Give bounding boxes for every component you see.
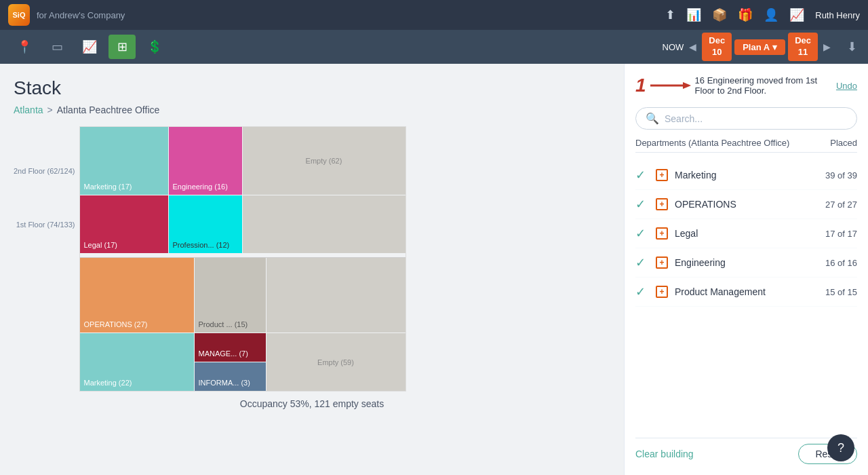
dept-placed-legal: 17 of 17 [825, 229, 857, 239]
block-empty-1f-b: Empty (59) [267, 333, 406, 391]
block-empty-2f-b [243, 195, 406, 253]
cube-icon[interactable]: 🎁 [738, 7, 753, 22]
next-arrow[interactable]: ▶ [821, 39, 833, 55]
date-to-box: Dec 11 [788, 33, 818, 61]
logo[interactable]: SiQ for Andrew's Company [8, 4, 125, 26]
block-engineering-label: Engineering (16) [173, 183, 228, 191]
chart-icon[interactable]: 📈 [789, 7, 804, 22]
download-icon[interactable]: ⬇ [847, 39, 857, 54]
second-navigation: 📍 ▭ 📈 ⊞ 💲 NOW ◀ Dec 10 Plan A ▾ Dec 11 ▶… [0, 30, 868, 64]
expand-icon-legal[interactable]: + [656, 227, 668, 240]
arrow-icon [650, 79, 691, 92]
nav-tab-chart[interactable]: 📈 [76, 35, 103, 59]
expand-icon-product-mgmt[interactable]: + [656, 286, 668, 298]
box-icon[interactable]: 📦 [712, 7, 727, 22]
block-informa[interactable]: INFORMA... (3) [195, 362, 266, 391]
block-empty-2f-label: Empty (62) [306, 157, 342, 165]
treemap-wrapper: 2nd Floor (62/124) 1st Floor (74/133) Ma… [14, 126, 610, 392]
nav-tab-table[interactable]: ▭ [43, 35, 71, 59]
expand-icon-marketing[interactable]: + [656, 169, 668, 181]
block-empty-1f-b-label: Empty (59) [317, 358, 354, 366]
dept-row-engineering: ✓ + Engineering 16 of 16 [635, 248, 857, 278]
plan-selector[interactable]: Plan A ▾ [734, 39, 785, 55]
block-empty-1f [267, 258, 406, 332]
company-name: for Andrew's Company [37, 10, 125, 20]
block-legal[interactable]: Legal (17) [80, 195, 168, 253]
nav-tab-location[interactable]: 📍 [11, 35, 38, 59]
block-group-right: MANAGE... (7) INFORMA... (3) [195, 333, 266, 391]
prev-arrow[interactable]: ◀ [686, 39, 699, 55]
logo-icon: SiQ [8, 4, 30, 26]
floor-1f-label: 1st Floor (74/133) [14, 183, 75, 229]
block-product-label: Product ... (15) [199, 320, 248, 328]
bar-chart-icon[interactable]: 📊 [686, 7, 701, 22]
clear-building-button[interactable]: Clear building [635, 449, 694, 459]
block-professional[interactable]: Profession... (12) [169, 195, 242, 253]
date-to-month: Dec [795, 35, 811, 47]
nav-tab-stack[interactable]: ⊞ [108, 35, 136, 59]
notification-bar: 1 16 Engineering moved from 1st Floor to… [635, 75, 857, 96]
check-icon-operations: ✓ [635, 197, 649, 212]
block-marketing-1f[interactable]: Marketing (22) [80, 333, 194, 391]
date-to-day: 11 [795, 47, 811, 58]
block-marketing-2f[interactable]: Marketing (17) [80, 127, 168, 195]
user-name: Ruth Henry [815, 10, 860, 20]
breadcrumb-atlanta[interactable]: Atlanta [14, 104, 43, 115]
search-icon: 🔍 [646, 112, 659, 125]
check-icon-legal: ✓ [635, 226, 649, 241]
floor-2f-label: 2nd Floor (62/124) [14, 126, 75, 175]
occupancy-text: Occupancy 53%, 121 empty seats [14, 398, 610, 409]
bottom-actions: Clear building Reset [635, 438, 857, 464]
help-button[interactable]: ? [827, 434, 854, 461]
block-management[interactable]: MANAGE... (7) [195, 333, 266, 362]
search-input[interactable] [665, 113, 847, 124]
floor-1f-row2: Marketing (22) MANAGE... (7) INFORMA... … [80, 333, 406, 391]
dept-placed-operations: 27 of 27 [825, 200, 857, 210]
breadcrumb-separator: > [47, 104, 53, 115]
date-from-box: Dec 10 [702, 33, 732, 61]
treemap: Marketing (17) Engineering (16) Empty (6… [79, 126, 406, 392]
dept-row-marketing: ✓ + Marketing 39 of 39 [635, 161, 857, 190]
person-icon[interactable]: 👤 [764, 7, 778, 22]
block-marketing-2f-label: Marketing (17) [84, 183, 132, 191]
dept-name-product-mgmt: Product Management [675, 286, 818, 297]
date-from-day: 10 [709, 47, 725, 58]
placed-header: Placed [830, 138, 857, 148]
check-icon-marketing: ✓ [635, 168, 649, 183]
top-navigation: SiQ for Andrew's Company ⬆ 📊 📦 🎁 👤 📈 Rut… [0, 0, 868, 30]
floor-1f-row1: OPERATIONS (27) Product ... (15) [80, 258, 406, 332]
block-engineering[interactable]: Engineering (16) [169, 127, 242, 195]
block-product[interactable]: Product ... (15) [195, 258, 266, 332]
right-panel: 1 16 Engineering moved from 1st Floor to… [624, 64, 868, 475]
upload-icon[interactable]: ⬆ [665, 7, 675, 22]
expand-icon-operations[interactable]: + [656, 198, 668, 210]
nav-tab-finance[interactable]: 💲 [141, 35, 168, 59]
dept-name-marketing: Marketing [675, 170, 818, 180]
dept-placed-marketing: 39 of 39 [825, 170, 857, 180]
notification-message: 16 Engineering moved from 1st Floor to 2… [695, 75, 832, 96]
departments-header: Departments (Atlanta Peachtree Office) P… [635, 138, 857, 153]
undo-link[interactable]: Undo [836, 81, 857, 91]
block-operations-1f-label: OPERATIONS (27) [84, 320, 148, 328]
floor-2f-row2: Legal (17) Profession... (12) [80, 195, 406, 253]
step-badge: 1 [635, 75, 646, 96]
dept-row-product-mgmt: ✓ + Product Management 15 of 15 [635, 278, 857, 307]
departments-title: Departments (Atlanta Peachtree Office) [635, 138, 789, 148]
date-from-month: Dec [709, 35, 725, 47]
block-operations-1f[interactable]: OPERATIONS (27) [80, 258, 194, 332]
block-professional-label: Profession... (12) [173, 241, 230, 249]
block-management-label: MANAGE... (7) [199, 349, 248, 358]
svg-marker-1 [683, 82, 691, 89]
search-bar: 🔍 [635, 107, 857, 130]
dept-name-legal: Legal [675, 228, 818, 239]
now-label: NOW [663, 42, 684, 52]
dept-name-operations: OPERATIONS [675, 199, 818, 210]
date-section: NOW ◀ Dec 10 Plan A ▾ Dec 11 ▶ [663, 33, 833, 61]
nav-right: ⬆ 📊 📦 🎁 👤 📈 Ruth Henry [665, 7, 860, 22]
block-legal-label: Legal (17) [84, 241, 118, 249]
floor-2f-row1: Marketing (17) Engineering (16) Empty (6… [80, 127, 406, 195]
expand-icon-engineering[interactable]: + [656, 256, 668, 269]
breadcrumb: Atlanta > Atlanta Peachtree Office [14, 104, 610, 115]
nav-left: SiQ for Andrew's Company [8, 4, 125, 26]
departments-list: ✓ + Marketing 39 of 39 ✓ + OPERATIONS 27… [635, 161, 857, 430]
